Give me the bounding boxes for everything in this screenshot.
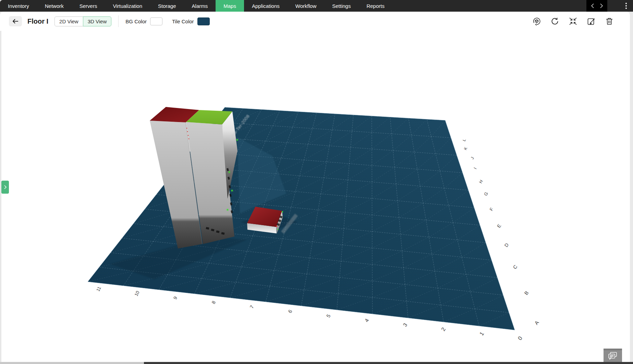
chevron-right-icon [4, 185, 7, 190]
nav-item-settings[interactable]: Settings [324, 0, 358, 12]
sidebar-expand-button[interactable] [1, 181, 9, 194]
trash-icon [605, 17, 613, 25]
nav-item-servers[interactable]: Servers [72, 0, 105, 12]
view-3d-button[interactable]: 3D View [83, 16, 112, 26]
edit-button[interactable] [586, 16, 596, 26]
nav-item-workflow[interactable]: Workflow [288, 0, 324, 12]
nav-item-inventory[interactable]: Inventory [0, 0, 37, 12]
nav-item-reports[interactable]: Reports [358, 0, 392, 12]
back-button[interactable] [9, 16, 22, 26]
divider [118, 15, 119, 27]
collapse-button[interactable] [568, 16, 578, 26]
nav-next-button[interactable] [600, 3, 603, 9]
bottom-bar [0, 362, 633, 364]
nav-item-alarms[interactable]: Alarms [184, 0, 216, 12]
page-title: Floor I [27, 17, 48, 25]
edit-icon [587, 17, 596, 26]
toolbar-actions [532, 16, 630, 26]
nav-prev-button[interactable] [591, 3, 594, 9]
collapsed-sidebar-edge [0, 31, 1, 362]
delete-button[interactable] [605, 16, 614, 26]
refresh-icon [551, 17, 559, 25]
kebab-menu-icon[interactable] [622, 0, 630, 12]
nav-item-network[interactable]: Network [37, 0, 72, 12]
floor-toolbar: Floor I 2D View 3D View BG Color Tile Co… [0, 12, 630, 31]
tile-color-label: Tile Color [172, 19, 194, 24]
top-nav: InventoryNetworkServersVirtualizationSto… [0, 0, 633, 12]
bg-color-swatch[interactable] [150, 17, 162, 25]
view-toggle: 2D View 3D View [54, 16, 111, 26]
view-2d-button[interactable]: 2D View [54, 16, 83, 26]
nav-item-applications[interactable]: Applications [244, 0, 288, 12]
chevron-left-icon [591, 3, 594, 9]
nav-item-virtualization[interactable]: Virtualization [105, 0, 150, 12]
feedback-chat-button[interactable] [604, 349, 622, 362]
collapse-icon [569, 17, 577, 26]
nav-item-storage[interactable]: Storage [150, 0, 184, 12]
arrow-left-icon [12, 19, 19, 24]
tile-color-swatch[interactable] [197, 17, 210, 25]
rotate-3d-button[interactable] [532, 16, 541, 26]
chat-icon [607, 352, 618, 361]
nav-pager [586, 0, 607, 12]
rotate-3d-icon [532, 17, 541, 26]
nav-item-maps[interactable]: Maps [216, 0, 244, 12]
app-window: InventoryNetworkServersVirtualizationSto… [0, 0, 633, 364]
bg-color-label: BG Color [125, 19, 147, 24]
chevron-right-icon [600, 3, 603, 9]
nav-items: InventoryNetworkServersVirtualizationSto… [0, 0, 392, 12]
refresh-button[interactable] [550, 16, 560, 26]
